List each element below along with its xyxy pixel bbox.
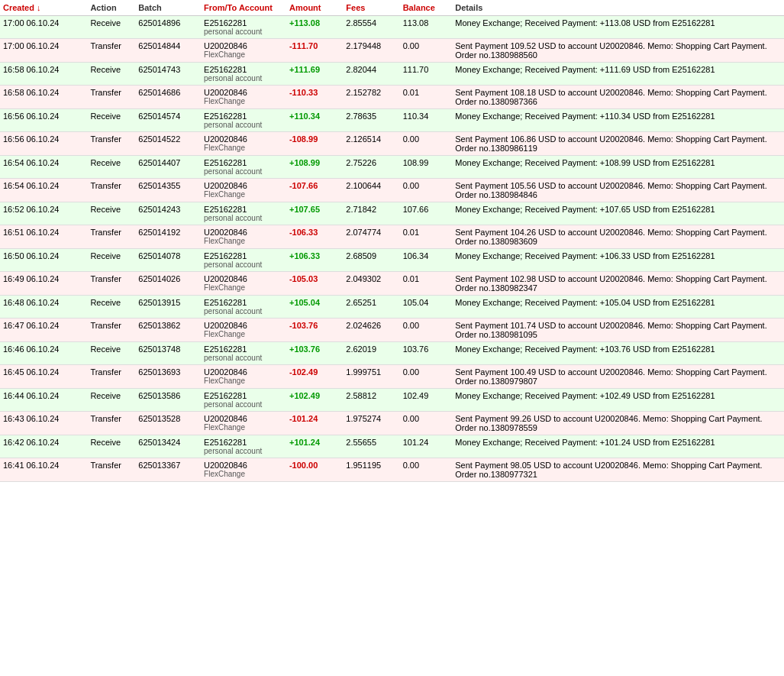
cell-account: U20020846FlexChange [201,412,286,435]
cell-action: Transfer [87,319,135,342]
cell-created: 17:00 06.10.24 [0,39,87,63]
cell-balance: 102.49 [400,389,453,412]
cell-action: Receive [87,63,135,86]
header-details: Details [452,0,784,16]
cell-amount: -102.49 [286,365,343,389]
cell-amount: -105.03 [286,272,343,296]
cell-fees: 2.65251 [343,296,399,319]
cell-action: Transfer [87,179,135,202]
cell-details: Money Exchange; Received Payment: +111.6… [452,63,784,86]
cell-amount: +105.04 [286,296,343,319]
cell-details: Money Exchange; Received Payment: +108.9… [452,156,784,179]
cell-batch: 625013528 [135,412,201,435]
cell-details: Money Exchange; Received Payment: +113.0… [452,16,784,39]
cell-created: 16:43 06.10.24 [0,412,87,435]
cell-account: U20020846FlexChange [201,179,286,202]
cell-account: E25162281personal account [201,435,286,458]
table-row: 16:49 06.10.24 Transfer 625014026 U20020… [0,272,784,296]
cell-fees: 2.78635 [343,109,399,132]
cell-action: Receive [87,202,135,225]
cell-balance: 0.01 [400,272,453,296]
cell-created: 16:52 06.10.24 [0,202,87,225]
cell-balance: 0.00 [400,458,453,482]
cell-details: Money Exchange; Received Payment: +107.6… [452,202,784,225]
cell-batch: 625014743 [135,63,201,86]
cell-action: Receive [87,156,135,179]
table-header-row: Created ↓ Action Batch From/To Account A… [0,0,784,16]
cell-account: U20020846FlexChange [201,39,286,63]
table-row: 16:52 06.10.24 Receive 625014243 E251622… [0,202,784,225]
table-row: 16:50 06.10.24 Receive 625014078 E251622… [0,249,784,272]
cell-created: 16:58 06.10.24 [0,63,87,86]
cell-fees: 2.58812 [343,389,399,412]
cell-fees: 1.975274 [343,412,399,435]
cell-created: 16:42 06.10.24 [0,435,87,458]
cell-action: Receive [87,109,135,132]
cell-batch: 625014355 [135,179,201,202]
cell-amount: -110.33 [286,86,343,109]
cell-action: Transfer [87,86,135,109]
cell-balance: 0.00 [400,132,453,156]
cell-fees: 1.951195 [343,458,399,482]
cell-amount: -111.70 [286,39,343,63]
cell-balance: 0.01 [400,225,453,249]
cell-batch: 625014407 [135,156,201,179]
cell-balance: 103.76 [400,342,453,365]
cell-fees: 2.152782 [343,86,399,109]
header-fees[interactable]: Fees [343,0,399,16]
cell-amount: +106.33 [286,249,343,272]
header-amount[interactable]: Amount [286,0,343,16]
cell-balance: 0.00 [400,179,453,202]
cell-fees: 1.999751 [343,365,399,389]
cell-batch: 625014192 [135,225,201,249]
cell-account: E25162281personal account [201,109,286,132]
header-balance[interactable]: Balance [400,0,453,16]
cell-created: 16:41 06.10.24 [0,458,87,482]
cell-fees: 2.074774 [343,225,399,249]
cell-details: Money Exchange; Received Payment: +105.0… [452,296,784,319]
cell-created: 16:46 06.10.24 [0,342,87,365]
table-row: 17:00 06.10.24 Transfer 625014844 U20020… [0,39,784,63]
cell-fees: 2.049302 [343,272,399,296]
header-from-to[interactable]: From/To Account [201,0,286,16]
cell-account: U20020846FlexChange [201,132,286,156]
cell-action: Transfer [87,412,135,435]
cell-details: Sent Payment 99.26 USD to account U20020… [452,412,784,435]
cell-amount: -101.24 [286,412,343,435]
cell-created: 16:49 06.10.24 [0,272,87,296]
table-row: 16:41 06.10.24 Transfer 625013367 U20020… [0,458,784,482]
table-row: 16:44 06.10.24 Receive 625013586 E251622… [0,389,784,412]
cell-account: E25162281personal account [201,342,286,365]
table-row: 16:54 06.10.24 Transfer 625014355 U20020… [0,179,784,202]
cell-account: E25162281personal account [201,296,286,319]
cell-account: E25162281personal account [201,156,286,179]
cell-action: Transfer [87,272,135,296]
cell-amount: +103.76 [286,342,343,365]
cell-details: Sent Payment 100.49 USD to account U2002… [452,365,784,389]
cell-amount: +111.69 [286,63,343,86]
table-row: 16:54 06.10.24 Receive 625014407 E251622… [0,156,784,179]
cell-created: 16:45 06.10.24 [0,365,87,389]
cell-fees: 2.179448 [343,39,399,63]
cell-fees: 2.82044 [343,63,399,86]
cell-action: Receive [87,249,135,272]
cell-batch: 625014844 [135,39,201,63]
cell-batch: 625013693 [135,365,201,389]
cell-balance: 107.66 [400,202,453,225]
cell-amount: +107.65 [286,202,343,225]
cell-amount: -106.33 [286,225,343,249]
cell-fees: 2.55655 [343,435,399,458]
table-row: 16:51 06.10.24 Transfer 625014192 U20020… [0,225,784,249]
cell-action: Transfer [87,39,135,63]
table-row: 17:00 06.10.24 Receive 625014896 E251622… [0,16,784,39]
cell-amount: +101.24 [286,435,343,458]
cell-balance: 106.34 [400,249,453,272]
cell-balance: 110.34 [400,109,453,132]
header-created[interactable]: Created ↓ [0,0,87,16]
cell-created: 16:56 06.10.24 [0,109,87,132]
cell-fees: 2.75226 [343,156,399,179]
header-batch: Batch [135,0,201,16]
cell-batch: 625013424 [135,435,201,458]
cell-details: Sent Payment 104.26 USD to account U2002… [452,225,784,249]
cell-balance: 113.08 [400,16,453,39]
